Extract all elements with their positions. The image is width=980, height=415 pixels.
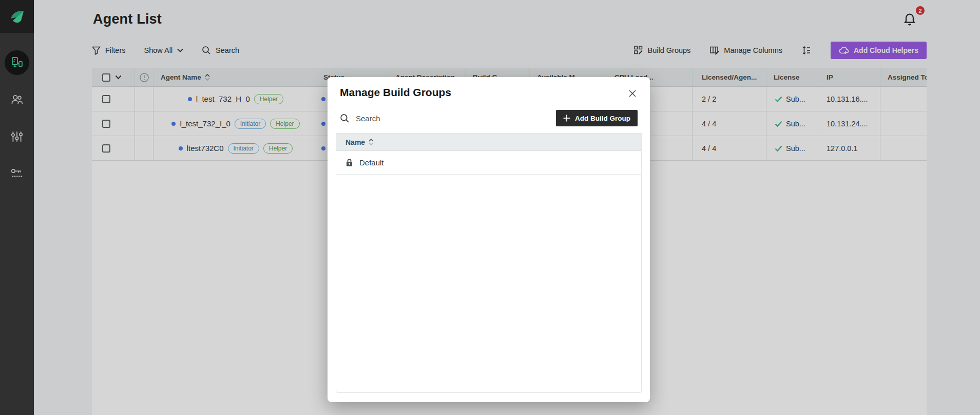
search-icon: [340, 114, 350, 123]
app-root: Agent List 2: [0, 0, 980, 415]
build-groups-table: Name Default: [336, 133, 642, 393]
modal-close-button[interactable]: [626, 87, 639, 100]
modal-search-field[interactable]: [340, 114, 469, 123]
modal-search-input[interactable]: [356, 114, 469, 123]
build-group-row[interactable]: Default: [336, 151, 641, 175]
manage-build-groups-modal: Manage Build Groups Add Bui: [328, 77, 650, 402]
add-build-group-button[interactable]: Add Build Group: [556, 110, 638, 126]
build-groups-name-header[interactable]: Name: [336, 134, 641, 151]
plus-icon: [563, 115, 570, 122]
sort-carets-icon[interactable]: [369, 139, 374, 145]
modal-title: Manage Build Groups: [340, 86, 451, 99]
close-icon: [628, 89, 637, 98]
lock-icon: [345, 158, 353, 167]
